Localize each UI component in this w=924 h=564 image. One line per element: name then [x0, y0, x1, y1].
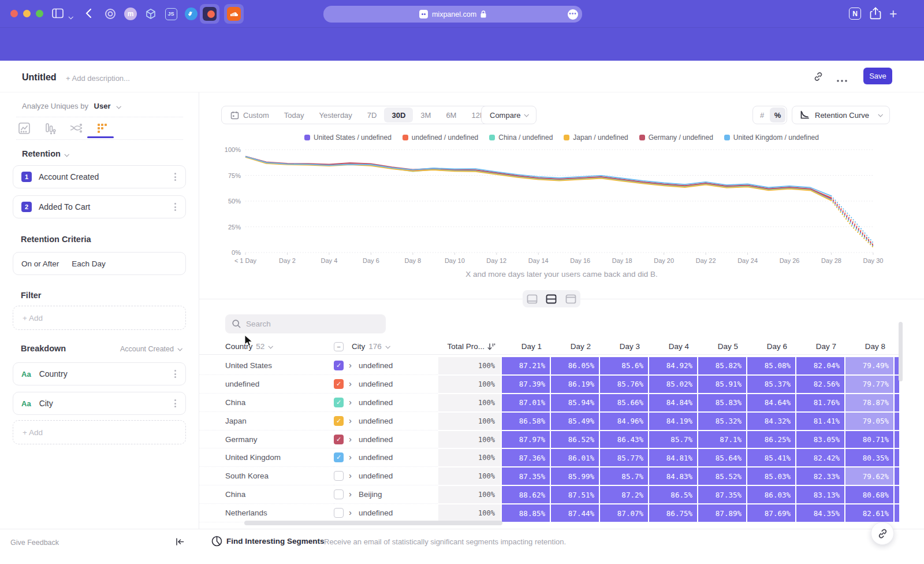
tab-insights-icon[interactable]	[17, 121, 31, 135]
analyze-value[interactable]: User	[94, 102, 111, 110]
range-7d[interactable]: 7D	[360, 107, 385, 123]
kebab-menu-icon[interactable]	[172, 201, 178, 213]
column-header-country[interactable]: Country 52	[199, 342, 334, 351]
unit-percent-toggle[interactable]: %	[770, 107, 785, 123]
criteria-value[interactable]: Each Day	[72, 259, 106, 268]
legend-item[interactable]: Japan / undefined	[564, 133, 628, 142]
table-search-input[interactable]	[246, 320, 362, 328]
add-description[interactable]: + Add description...	[66, 74, 130, 83]
retention-step-1[interactable]: 1 Account Created	[13, 165, 186, 188]
step-event-label[interactable]: Added To Cart	[39, 202, 90, 212]
view-split-icon[interactable]	[543, 291, 560, 306]
kebab-menu-icon[interactable]	[172, 368, 178, 380]
expand-chevron-icon[interactable]: ›	[349, 434, 352, 444]
row-checkbox[interactable]: ✓	[334, 435, 344, 444]
unit-absolute-toggle[interactable]: #	[754, 107, 770, 123]
report-title[interactable]: Untitled	[22, 72, 57, 83]
horizontal-scrollbar[interactable]	[244, 521, 502, 525]
row-checkbox[interactable]: ✓	[334, 361, 344, 370]
expand-chevron-icon[interactable]: ›	[349, 470, 352, 480]
column-header-day[interactable]: Day 3	[599, 342, 649, 351]
analyze-uniques-row[interactable]: Analyze Uniques by User	[22, 102, 120, 110]
compare-button[interactable]: Compare	[481, 106, 536, 124]
breakdown-country[interactable]: Aa Country	[13, 362, 186, 385]
tab-favicon-soundcloud[interactable]	[224, 4, 244, 24]
save-button[interactable]: Save	[863, 68, 892, 84]
tab-favicon-mixpanel-active[interactable]	[200, 4, 219, 24]
expand-chevron-icon[interactable]: ›	[349, 397, 352, 407]
legend-item[interactable]: Germany / undefined	[639, 133, 713, 142]
row-checkbox[interactable]: ✓	[334, 398, 344, 407]
column-header-city[interactable]: – City 176	[334, 342, 438, 351]
view-table-only-icon[interactable]	[562, 291, 579, 306]
range-30d[interactable]: 30D	[384, 107, 413, 123]
column-header-day[interactable]: Day 5	[698, 342, 747, 351]
tab-funnels-icon[interactable]	[43, 121, 57, 135]
add-breakdown-button[interactable]: + Add	[13, 420, 186, 444]
chevron-down-icon[interactable]	[69, 12, 72, 21]
column-header-day[interactable]: Day 7	[796, 342, 845, 351]
legend-item[interactable]: United States / undefined	[304, 133, 392, 142]
window-close-button[interactable]	[10, 10, 18, 17]
range-yesterday[interactable]: Yesterday	[312, 107, 360, 123]
breakdown-event-selector[interactable]: Account Created	[120, 345, 181, 353]
column-header-day[interactable]: Day 4	[649, 342, 698, 351]
row-checkbox[interactable]	[334, 471, 344, 481]
kebab-menu-icon[interactable]	[172, 170, 178, 183]
breakdown-city[interactable]: Aa City	[13, 392, 186, 415]
url-bar[interactable]: mixpanel.com •••	[323, 6, 582, 23]
breakdown-property-label[interactable]: City	[39, 399, 53, 408]
give-feedback-link[interactable]: Give Feedback	[10, 539, 59, 547]
range-3m[interactable]: 3M	[413, 107, 438, 123]
window-minimize-button[interactable]	[23, 10, 31, 17]
copy-link-icon[interactable]	[813, 71, 824, 83]
more-options-icon[interactable]	[837, 75, 847, 84]
add-filter-button[interactable]: + Add	[13, 306, 186, 330]
view-chart-only-icon[interactable]	[524, 291, 541, 306]
expand-chevron-icon[interactable]: ›	[349, 379, 352, 388]
retention-curve-chart[interactable]: 100%75%50%25%0%< 1 DayDay 2Day 4Day 6Day…	[219, 144, 886, 265]
legend-item[interactable]: China / undefined	[489, 133, 553, 142]
tab-favicon-bird[interactable]	[184, 6, 199, 21]
sidebar-toggle-icon[interactable]	[52, 8, 64, 20]
legend-item[interactable]: undefined / undefined	[403, 133, 478, 142]
range-6m[interactable]: 6M	[438, 107, 464, 123]
expand-chevron-icon[interactable]: ›	[349, 452, 352, 462]
retention-criteria-row[interactable]: On or After Each Day	[13, 252, 186, 275]
column-header-day[interactable]: Day 2	[550, 342, 599, 351]
tab-flows-icon[interactable]	[69, 121, 83, 135]
share-icon[interactable]	[870, 7, 881, 22]
legend-item[interactable]: United Kingdom / undefined	[724, 133, 819, 142]
new-tab-icon[interactable]: +	[889, 6, 897, 22]
retention-section-header[interactable]: Retention	[22, 149, 68, 158]
range-today[interactable]: Today	[277, 107, 312, 123]
notion-icon[interactable]: N	[849, 8, 861, 20]
breakdown-property-label[interactable]: Country	[39, 369, 68, 379]
tab-favicon-js[interactable]: JS	[163, 6, 178, 21]
retention-step-2[interactable]: 2 Added To Cart	[13, 195, 186, 218]
tab-favicon-m[interactable]: m	[123, 6, 138, 21]
chart-type-button[interactable]: Retention Curve	[792, 106, 890, 124]
expand-chevron-icon[interactable]: ›	[349, 360, 352, 370]
share-link-floating-button[interactable]	[871, 522, 894, 545]
column-header-day[interactable]: Day 6	[747, 342, 796, 351]
tab-favicon-box[interactable]	[143, 6, 158, 21]
row-checkbox[interactable]	[334, 508, 344, 518]
column-header-day[interactable]: Day 8	[845, 342, 894, 351]
range-custom[interactable]: Custom	[223, 107, 277, 123]
table-search[interactable]	[225, 314, 386, 333]
collapse-sidebar-icon[interactable]	[175, 537, 185, 548]
row-checkbox[interactable]: ✓	[334, 379, 344, 389]
tab-favicon-target[interactable]	[103, 6, 118, 21]
expand-chevron-icon[interactable]: ›	[349, 489, 352, 499]
criteria-condition[interactable]: On or After	[21, 259, 59, 268]
expand-chevron-icon[interactable]: ›	[349, 507, 352, 517]
kebab-menu-icon[interactable]	[172, 397, 178, 410]
tab-retention-icon[interactable]	[95, 121, 109, 135]
select-all-checkbox[interactable]: –	[334, 342, 344, 351]
back-icon[interactable]	[85, 8, 92, 21]
window-zoom-button[interactable]	[36, 10, 43, 17]
step-event-label[interactable]: Account Created	[39, 172, 99, 181]
url-more-icon[interactable]: •••	[568, 9, 578, 20]
vertical-scrollbar[interactable]	[899, 322, 903, 381]
